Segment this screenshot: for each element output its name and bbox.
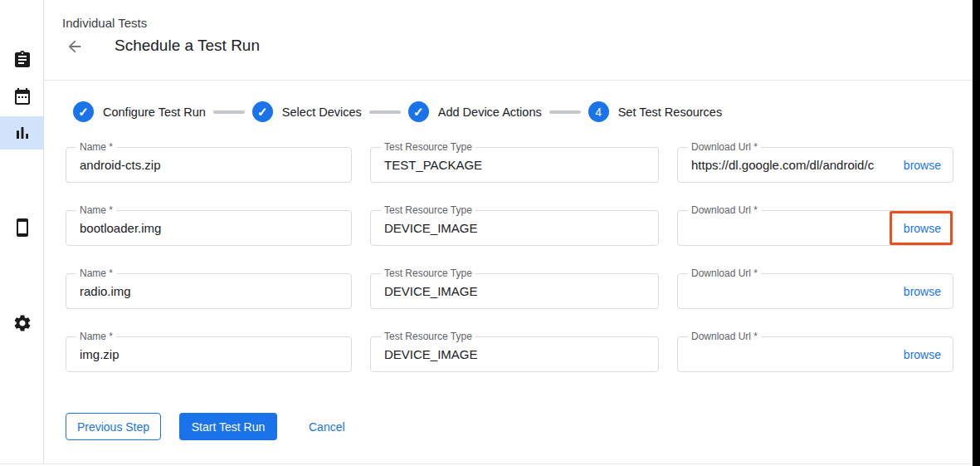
back-button[interactable] (65, 37, 85, 56)
download-url-field-row4[interactable]: Download Url * browse (677, 336, 953, 372)
step-label: Select Devices (282, 105, 362, 119)
previous-step-button[interactable]: Previous Step (66, 413, 161, 440)
test-resources-form: Name * android-cts.zip Test Resource Typ… (66, 147, 953, 372)
name-field-value: android-cts.zip (66, 158, 351, 172)
step-connector (549, 110, 581, 114)
settings-gear-icon (12, 313, 32, 333)
resource-type-field-row1[interactable]: Test Resource Type TEST_PACKAGE (370, 147, 659, 183)
app-window: Individual Tests Schedule a Test Run ✓ C… (0, 0, 980, 466)
step-label: Configure Test Run (103, 105, 206, 119)
calendar-icon (12, 86, 32, 106)
header-divider (44, 80, 973, 81)
clipboard-tasks-icon (12, 50, 32, 70)
name-field-label: Name * (76, 141, 116, 153)
sidebar-item-settings[interactable] (0, 307, 44, 340)
step-configure-test-run[interactable]: ✓ Configure Test Run (73, 101, 206, 122)
bar-chart-icon (12, 123, 32, 143)
resource-type-value: DEVICE_IMAGE (371, 284, 658, 298)
arrow-back-icon (66, 37, 84, 56)
browse-link-row3[interactable]: browse (897, 285, 953, 298)
resource-type-field-row3[interactable]: Test Resource Type DEVICE_IMAGE (370, 273, 659, 309)
resource-type-field-row4[interactable]: Test Resource Type DEVICE_IMAGE (370, 336, 659, 372)
resource-type-label: Test Resource Type (381, 267, 475, 279)
download-url-field-row1[interactable]: Download Url * https://dl.google.com/dl/… (677, 147, 953, 183)
download-url-value: https://dl.google.com/dl/android/c (678, 158, 897, 172)
resource-type-field-row2[interactable]: Test Resource Type DEVICE_IMAGE (370, 210, 659, 246)
form-actions: Previous Step Start Test Run Cancel (66, 413, 345, 440)
bottom-divider (0, 464, 973, 464)
step-select-devices[interactable]: ✓ Select Devices (252, 101, 362, 122)
download-url-label: Download Url * (688, 204, 761, 216)
resource-type-label: Test Resource Type (381, 331, 475, 342)
download-url-field-row3[interactable]: Download Url * browse (677, 273, 953, 309)
browse-link-row2[interactable]: browse (897, 222, 953, 235)
cancel-button[interactable]: Cancel (309, 413, 345, 440)
name-field-label: Name * (76, 267, 116, 279)
step-connector (213, 110, 245, 114)
sidebar-nav (0, 0, 44, 464)
step-connector (369, 110, 401, 114)
name-field-row3[interactable]: Name * radio.img (66, 273, 352, 309)
smartphone-icon (12, 218, 32, 238)
step-set-test-resources[interactable]: 4 Set Test Resources (588, 101, 722, 122)
step-complete-icon: ✓ (73, 101, 94, 122)
resource-type-value: TEST_PACKAGE (371, 158, 658, 172)
step-label: Set Test Resources (618, 105, 722, 119)
step-label: Add Device Actions (438, 105, 542, 119)
resource-type-value: DEVICE_IMAGE (371, 221, 658, 235)
step-complete-icon: ✓ (252, 101, 273, 122)
sidebar-item-tests[interactable] (0, 43, 44, 76)
breadcrumb: Individual Tests (62, 16, 147, 30)
start-test-run-button[interactable]: Start Test Run (179, 413, 277, 440)
step-complete-icon: ✓ (408, 101, 429, 122)
page-title: Schedule a Test Run (115, 37, 260, 55)
step-add-device-actions[interactable]: ✓ Add Device Actions (408, 101, 542, 122)
name-field-label: Name * (76, 331, 116, 342)
name-field-row1[interactable]: Name * android-cts.zip (66, 147, 352, 183)
browse-link-row4[interactable]: browse (897, 348, 953, 361)
download-url-field-row2[interactable]: Download Url * browse (677, 210, 953, 246)
name-field-value: radio.img (66, 284, 351, 298)
sidebar-item-schedule[interactable] (0, 80, 44, 113)
step-number-badge: 4 (588, 101, 609, 122)
resource-type-label: Test Resource Type (381, 141, 475, 153)
name-field-value: img.zip (66, 347, 351, 361)
sidebar-item-devices[interactable] (0, 211, 44, 244)
name-field-value: bootloader.img (66, 221, 351, 235)
name-field-row2[interactable]: Name * bootloader.img (66, 210, 352, 246)
resource-type-value: DEVICE_IMAGE (371, 347, 658, 361)
wizard-stepper: ✓ Configure Test Run ✓ Select Devices ✓ … (73, 101, 722, 122)
download-url-label: Download Url * (688, 267, 761, 279)
sidebar-item-test-runs[interactable] (0, 116, 44, 150)
download-url-label: Download Url * (688, 331, 761, 342)
resource-type-label: Test Resource Type (381, 204, 475, 216)
download-url-label: Download Url * (688, 141, 761, 153)
browse-link-row1[interactable]: browse (897, 159, 953, 172)
screen-right-edge (973, 0, 980, 466)
name-field-row4[interactable]: Name * img.zip (66, 336, 352, 372)
name-field-label: Name * (76, 204, 116, 216)
